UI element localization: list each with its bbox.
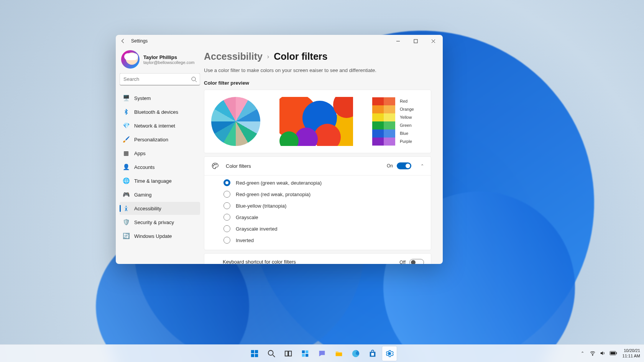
svg-point-10 bbox=[268, 350, 273, 355]
taskbar-store[interactable] bbox=[365, 346, 380, 361]
sidebar-item-windows-update[interactable]: 🔄Windows Update bbox=[120, 229, 200, 242]
svg-rect-9 bbox=[255, 354, 258, 357]
sidebar-item-network-internet[interactable]: 💎Network & internet bbox=[120, 119, 200, 132]
filter-option[interactable]: Red-green (green weak, deuteranopia) bbox=[223, 179, 424, 186]
radio-icon bbox=[223, 202, 230, 209]
acc-icon bbox=[123, 205, 130, 212]
svg-point-21 bbox=[388, 352, 391, 355]
color-filters-row[interactable]: Color filters On ⌃ bbox=[204, 157, 431, 175]
svg-rect-12 bbox=[289, 351, 291, 356]
windows-icon: 🔄 bbox=[123, 233, 130, 239]
preview-card: RedOrangeYellowGreenBluePurple bbox=[204, 90, 431, 153]
shortcut-card: Keyboard shortcut for color filters Pres… bbox=[204, 253, 431, 264]
accounts-icon: 👤 bbox=[123, 164, 130, 170]
taskbar-search[interactable] bbox=[264, 346, 279, 361]
color-swatch bbox=[384, 105, 395, 113]
taskbar-settings[interactable] bbox=[382, 346, 397, 361]
back-button[interactable] bbox=[120, 38, 127, 44]
sidebar-item-label: Accessibility bbox=[134, 206, 161, 211]
svg-rect-8 bbox=[251, 354, 254, 357]
sidebar-item-apps[interactable]: ▦Apps bbox=[120, 147, 200, 160]
search-box[interactable] bbox=[120, 73, 200, 85]
color-filters-state: On bbox=[387, 163, 393, 169]
color-swatch bbox=[384, 121, 395, 129]
chevron-up-icon[interactable]: ⌃ bbox=[421, 164, 424, 169]
color-filters-toggle[interactable] bbox=[397, 162, 411, 169]
preview-photo bbox=[279, 97, 353, 146]
sidebar-item-bluetooth-devices[interactable]: Bluetooth & devices bbox=[120, 105, 200, 118]
close-button[interactable] bbox=[424, 35, 442, 47]
chevron-right-icon: › bbox=[267, 53, 269, 60]
search-input[interactable] bbox=[120, 73, 200, 85]
network-icon: 💎 bbox=[123, 122, 130, 129]
breadcrumb: Accessibility › Color filters bbox=[204, 51, 431, 62]
sidebar: Taylor Phillips taylor@bellowscollege.co… bbox=[116, 47, 204, 264]
filter-option[interactable]: Red-green (red weak, protanopia) bbox=[223, 191, 424, 198]
palette-icon bbox=[211, 162, 219, 170]
profile[interactable]: Taylor Phillips taylor@bellowscollege.co… bbox=[120, 47, 200, 71]
page-title: Color filters bbox=[274, 51, 327, 62]
color-filters-card: Color filters On ⌃ Red-green (green weak… bbox=[204, 156, 431, 250]
svg-rect-16 bbox=[306, 354, 308, 356]
clock[interactable]: 10/20/21 11:11 AM bbox=[623, 348, 640, 358]
sidebar-item-label: Personalization bbox=[134, 137, 168, 143]
apps-icon: ▦ bbox=[123, 150, 130, 157]
palette-label: Green bbox=[400, 122, 414, 129]
sidebar-item-system[interactable]: 🖥️System bbox=[120, 92, 200, 105]
taskbar-widgets[interactable] bbox=[298, 346, 312, 361]
maximize-button[interactable] bbox=[407, 35, 424, 47]
color-swatch bbox=[372, 97, 384, 105]
shortcut-toggle[interactable] bbox=[409, 259, 424, 264]
sidebar-item-label: Security & privacy bbox=[134, 219, 174, 225]
svg-rect-11 bbox=[285, 351, 288, 356]
svg-point-5 bbox=[216, 164, 217, 165]
sidebar-item-personalization[interactable]: 🖌️Personalization bbox=[120, 133, 200, 146]
sidebar-item-label: System bbox=[134, 95, 151, 101]
color-swatch bbox=[372, 138, 384, 146]
taskbar-edge[interactable] bbox=[348, 346, 363, 361]
preview-label: Color filter preview bbox=[204, 80, 431, 86]
filter-option[interactable]: Grayscale bbox=[223, 214, 424, 221]
svg-point-2 bbox=[126, 206, 127, 207]
svg-rect-25 bbox=[616, 352, 617, 354]
filter-option[interactable]: Grayscale inverted bbox=[223, 225, 424, 232]
svg-rect-0 bbox=[414, 39, 417, 43]
shortcut-row[interactable]: Keyboard shortcut for color filters Pres… bbox=[204, 254, 431, 264]
nav-list: 🖥️SystemBluetooth & devices💎Network & in… bbox=[120, 92, 200, 242]
sidebar-item-time-language[interactable]: 🌐Time & language bbox=[120, 174, 200, 187]
taskbar-start[interactable] bbox=[247, 346, 262, 361]
sidebar-item-accounts[interactable]: 👤Accounts bbox=[120, 161, 200, 174]
filter-option[interactable]: Inverted bbox=[223, 237, 424, 244]
taskbar: ⌃ 10/20/21 11:11 AM bbox=[0, 344, 644, 362]
radio-icon bbox=[223, 179, 230, 186]
avatar bbox=[121, 50, 140, 69]
sidebar-item-accessibility[interactable]: Accessibility bbox=[120, 202, 200, 215]
breadcrumb-parent[interactable]: Accessibility bbox=[204, 51, 263, 62]
content-pane: Accessibility › Color filters Use a colo… bbox=[204, 47, 443, 264]
filter-option-label: Red-green (red weak, protanopia) bbox=[236, 192, 310, 197]
taskbar-taskview[interactable] bbox=[281, 346, 296, 361]
minimize-button[interactable] bbox=[389, 35, 407, 47]
battery-icon[interactable] bbox=[610, 351, 617, 356]
radio-icon bbox=[223, 214, 230, 221]
color-filters-label: Color filters bbox=[226, 163, 380, 169]
tray-overflow-icon[interactable]: ⌃ bbox=[581, 351, 584, 356]
svg-rect-13 bbox=[302, 350, 305, 353]
sidebar-item-security-privacy[interactable]: 🛡️Security & privacy bbox=[120, 216, 200, 229]
window-title: Settings bbox=[131, 38, 148, 44]
color-swatch bbox=[372, 121, 384, 129]
filter-option[interactable]: Blue-yellow (tritanopia) bbox=[223, 202, 424, 209]
svg-rect-6 bbox=[251, 350, 254, 353]
wifi-icon[interactable] bbox=[590, 350, 596, 357]
sidebar-item-gaming[interactable]: 🎮Gaming bbox=[120, 188, 200, 201]
time-icon: 🌐 bbox=[123, 177, 130, 184]
sidebar-item-label: Windows Update bbox=[134, 233, 172, 239]
palette-label: Yellow bbox=[400, 114, 414, 121]
svg-rect-15 bbox=[302, 354, 305, 356]
svg-point-1 bbox=[192, 77, 196, 81]
taskbar-chat[interactable] bbox=[315, 346, 329, 361]
taskbar-explorer[interactable] bbox=[332, 346, 346, 361]
palette-label: Orange bbox=[400, 106, 414, 113]
volume-icon[interactable] bbox=[600, 350, 606, 357]
color-swatch bbox=[384, 129, 395, 138]
